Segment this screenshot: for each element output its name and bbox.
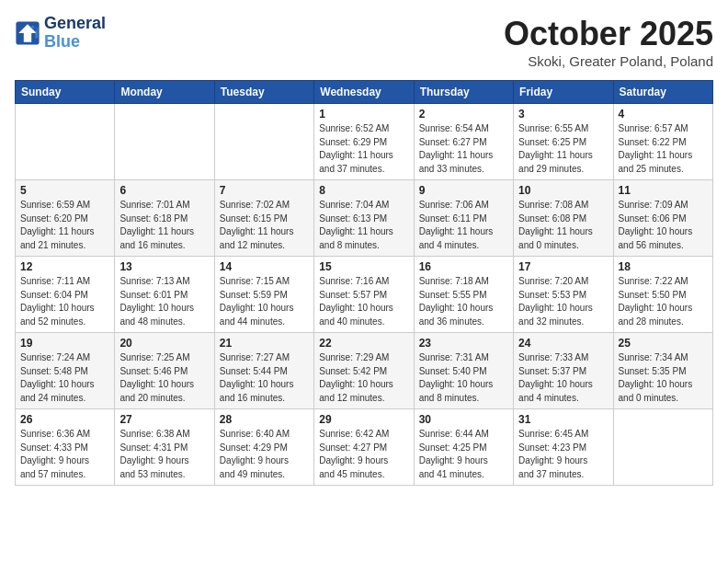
calendar-cell: 7Sunrise: 7:02 AMSunset: 6:15 PMDaylight… (214, 180, 313, 257)
calendar-week-row: 19Sunrise: 7:24 AMSunset: 5:48 PMDayligh… (16, 333, 713, 409)
day-info: Sunrise: 7:29 AMSunset: 5:42 PMDaylight:… (319, 351, 408, 405)
calendar-cell: 16Sunrise: 7:18 AMSunset: 5:55 PMDayligh… (414, 257, 513, 333)
day-info: Sunrise: 7:25 AMSunset: 5:46 PMDaylight:… (119, 351, 209, 405)
day-info: Sunrise: 7:20 AMSunset: 5:53 PMDaylight:… (518, 275, 608, 328)
day-number: 29 (319, 413, 408, 426)
day-info: Sunrise: 7:11 AMSunset: 6:04 PMDaylight:… (20, 275, 109, 328)
day-info: Sunrise: 6:36 AMSunset: 4:33 PMDaylight:… (20, 428, 109, 481)
day-number: 11 (619, 184, 708, 197)
calendar-cell: 13Sunrise: 7:13 AMSunset: 6:01 PMDayligh… (115, 257, 214, 333)
day-number: 18 (619, 260, 708, 273)
day-number: 1 (319, 108, 408, 121)
day-number: 14 (220, 260, 309, 273)
day-of-week-header: Tuesday (214, 81, 313, 104)
day-of-week-header: Monday (115, 81, 214, 104)
location-subtitle: Skoki, Greater Poland, Poland (504, 53, 713, 69)
day-of-week-header: Thursday (414, 81, 513, 104)
day-number: 8 (319, 184, 408, 197)
day-info: Sunrise: 7:02 AMSunset: 6:15 PMDaylight:… (220, 199, 309, 252)
day-info: Sunrise: 7:06 AMSunset: 6:11 PMDaylight:… (419, 199, 508, 252)
title-block: October 2025 Skoki, Greater Poland, Pola… (504, 15, 713, 69)
day-of-week-header: Saturday (613, 81, 712, 104)
day-number: 6 (119, 184, 209, 197)
day-of-week-header: Sunday (16, 81, 115, 104)
day-number: 7 (220, 184, 309, 197)
calendar-week-row: 1Sunrise: 6:52 AMSunset: 6:29 PMDaylight… (16, 104, 713, 180)
day-info: Sunrise: 7:24 AMSunset: 5:48 PMDaylight:… (20, 351, 109, 405)
day-info: Sunrise: 7:13 AMSunset: 6:01 PMDaylight:… (119, 275, 209, 328)
day-of-week-header: Friday (514, 81, 613, 104)
day-number: 12 (20, 260, 109, 273)
calendar-cell: 3Sunrise: 6:55 AMSunset: 6:25 PMDaylight… (514, 104, 613, 180)
calendar-week-row: 26Sunrise: 6:36 AMSunset: 4:33 PMDayligh… (16, 409, 713, 486)
day-info: Sunrise: 6:44 AMSunset: 4:25 PMDaylight:… (419, 428, 508, 481)
calendar-cell: 1Sunrise: 6:52 AMSunset: 6:29 PMDaylight… (314, 104, 414, 180)
day-of-week-header: Wednesday (314, 81, 414, 104)
day-info: Sunrise: 6:40 AMSunset: 4:29 PMDaylight:… (220, 428, 309, 481)
calendar-week-row: 12Sunrise: 7:11 AMSunset: 6:04 PMDayligh… (16, 257, 713, 333)
calendar-cell: 6Sunrise: 7:01 AMSunset: 6:18 PMDaylight… (115, 180, 214, 257)
day-info: Sunrise: 6:59 AMSunset: 6:20 PMDaylight:… (20, 199, 109, 252)
day-number: 20 (119, 337, 209, 350)
calendar-cell: 31Sunrise: 6:45 AMSunset: 4:23 PMDayligh… (514, 409, 613, 486)
calendar-cell: 15Sunrise: 7:16 AMSunset: 5:57 PMDayligh… (314, 257, 414, 333)
calendar-cell: 24Sunrise: 7:33 AMSunset: 5:37 PMDayligh… (514, 333, 613, 409)
day-number: 13 (119, 260, 209, 273)
day-number: 25 (619, 337, 708, 350)
day-number: 5 (20, 184, 109, 197)
calendar-cell: 5Sunrise: 6:59 AMSunset: 6:20 PMDaylight… (16, 180, 115, 257)
day-number: 22 (319, 337, 408, 350)
calendar-cell: 21Sunrise: 7:27 AMSunset: 5:44 PMDayligh… (214, 333, 313, 409)
day-number: 21 (220, 337, 309, 350)
calendar-table: SundayMondayTuesdayWednesdayThursdayFrid… (15, 80, 713, 486)
logo-line2: Blue (44, 33, 106, 52)
day-number: 27 (119, 413, 209, 426)
calendar-cell: 23Sunrise: 7:31 AMSunset: 5:40 PMDayligh… (414, 333, 513, 409)
day-info: Sunrise: 7:08 AMSunset: 6:08 PMDaylight:… (518, 199, 608, 252)
day-info: Sunrise: 7:22 AMSunset: 5:50 PMDaylight:… (619, 275, 708, 328)
calendar-cell: 10Sunrise: 7:08 AMSunset: 6:08 PMDayligh… (514, 180, 613, 257)
day-info: Sunrise: 6:57 AMSunset: 6:22 PMDaylight:… (619, 122, 708, 176)
calendar-cell (214, 104, 313, 180)
day-number: 17 (518, 260, 608, 273)
calendar-header-row: SundayMondayTuesdayWednesdayThursdayFrid… (16, 81, 713, 104)
day-info: Sunrise: 7:27 AMSunset: 5:44 PMDaylight:… (220, 351, 309, 405)
calendar-cell: 29Sunrise: 6:42 AMSunset: 4:27 PMDayligh… (314, 409, 414, 486)
calendar-cell: 27Sunrise: 6:38 AMSunset: 4:31 PMDayligh… (115, 409, 214, 486)
day-info: Sunrise: 7:31 AMSunset: 5:40 PMDaylight:… (419, 351, 508, 405)
calendar-cell: 2Sunrise: 6:54 AMSunset: 6:27 PMDaylight… (414, 104, 513, 180)
day-info: Sunrise: 6:54 AMSunset: 6:27 PMDaylight:… (419, 122, 508, 176)
calendar-cell: 25Sunrise: 7:34 AMSunset: 5:35 PMDayligh… (613, 333, 712, 409)
day-number: 2 (419, 108, 508, 121)
day-number: 19 (20, 337, 109, 350)
day-number: 4 (619, 108, 708, 121)
day-info: Sunrise: 7:16 AMSunset: 5:57 PMDaylight:… (319, 275, 408, 328)
day-info: Sunrise: 7:09 AMSunset: 6:06 PMDaylight:… (619, 199, 708, 252)
calendar-cell: 26Sunrise: 6:36 AMSunset: 4:33 PMDayligh… (16, 409, 115, 486)
calendar-cell: 30Sunrise: 6:44 AMSunset: 4:25 PMDayligh… (414, 409, 513, 486)
calendar-cell: 9Sunrise: 7:06 AMSunset: 6:11 PMDaylight… (414, 180, 513, 257)
calendar-week-row: 5Sunrise: 6:59 AMSunset: 6:20 PMDaylight… (16, 180, 713, 257)
calendar-cell (115, 104, 214, 180)
day-info: Sunrise: 6:42 AMSunset: 4:27 PMDaylight:… (319, 428, 408, 481)
logo-icon (15, 20, 40, 46)
day-number: 10 (518, 184, 608, 197)
day-info: Sunrise: 6:45 AMSunset: 4:23 PMDaylight:… (518, 428, 608, 481)
calendar-cell: 28Sunrise: 6:40 AMSunset: 4:29 PMDayligh… (214, 409, 313, 486)
page-header: General Blue October 2025 Skoki, Greater… (15, 15, 713, 69)
calendar-cell: 12Sunrise: 7:11 AMSunset: 6:04 PMDayligh… (16, 257, 115, 333)
calendar-cell: 20Sunrise: 7:25 AMSunset: 5:46 PMDayligh… (115, 333, 214, 409)
day-number: 30 (419, 413, 508, 426)
day-info: Sunrise: 6:55 AMSunset: 6:25 PMDaylight:… (518, 122, 608, 176)
day-info: Sunrise: 6:52 AMSunset: 6:29 PMDaylight:… (319, 122, 408, 176)
day-number: 28 (220, 413, 309, 426)
day-number: 23 (419, 337, 508, 350)
day-number: 3 (518, 108, 608, 121)
day-number: 24 (518, 337, 608, 350)
logo-line1: General (44, 15, 106, 33)
logo-text: General Blue (44, 15, 106, 52)
day-number: 26 (20, 413, 109, 426)
day-info: Sunrise: 7:04 AMSunset: 6:13 PMDaylight:… (319, 199, 408, 252)
day-number: 31 (518, 413, 608, 426)
calendar-cell: 22Sunrise: 7:29 AMSunset: 5:42 PMDayligh… (314, 333, 414, 409)
